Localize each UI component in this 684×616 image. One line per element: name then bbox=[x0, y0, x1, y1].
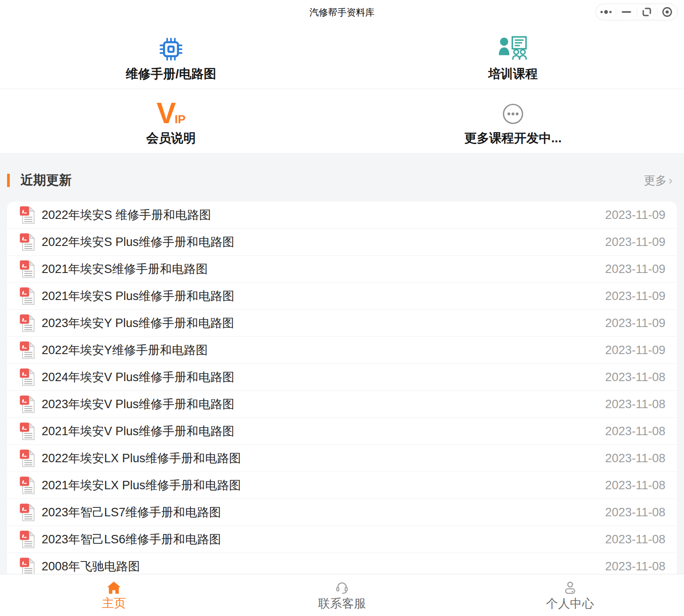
more-link[interactable]: 更多 › bbox=[644, 173, 672, 188]
list-item-date: 2023-11-09 bbox=[605, 262, 665, 276]
pdf-file-icon bbox=[19, 557, 35, 576]
list-item-date: 2023-11-08 bbox=[605, 533, 665, 546]
list-item[interactable]: 2022年埃安S 维修手册和电路图 2023-11-09 bbox=[7, 202, 677, 229]
list-item-date: 2023-11-08 bbox=[605, 425, 665, 438]
minus-icon bbox=[621, 6, 632, 18]
pdf-file-icon bbox=[19, 233, 35, 251]
tab-home[interactable]: 主页 bbox=[0, 574, 228, 616]
list-item-title: 2023年埃安Y Plus维修手册和电路图 bbox=[42, 315, 234, 331]
list-item-title: 2008年飞驰电路图 bbox=[42, 558, 140, 574]
list-item-date: 2023-11-08 bbox=[605, 479, 665, 492]
list-item[interactable]: 2023年智己LS7维修手册和电路图 2023-11-08 bbox=[7, 499, 677, 526]
titlebar: 汽修帮手资料库 bbox=[0, 0, 684, 24]
list-item[interactable]: 2022年埃安LX Plus维修手册和电路图 2023-11-08 bbox=[7, 445, 677, 472]
list-item-title: 2021年埃安S维修手册和电路图 bbox=[42, 261, 208, 277]
list-item-title: 2021年埃安S Plus维修手册和电路图 bbox=[42, 288, 234, 304]
list-item-title: 2021年埃安V Plus维修手册和电路图 bbox=[42, 423, 234, 439]
recent-updates-header: 近期更新 更多 › bbox=[7, 153, 677, 202]
minimize-button[interactable] bbox=[616, 4, 636, 20]
list-item-date: 2023-11-08 bbox=[605, 506, 665, 519]
list-item-date: 2023-11-09 bbox=[605, 343, 665, 357]
list-item-date: 2023-11-09 bbox=[605, 316, 665, 330]
list-item-title: 2022年埃安S Plus维修手册和电路图 bbox=[42, 234, 234, 250]
list-item[interactable]: 2023年埃安V Plus维修手册和电路图 2023-11-08 bbox=[7, 391, 677, 418]
more-menu-button[interactable] bbox=[596, 4, 616, 20]
list-item[interactable]: 2024年埃安V Plus维修手册和电路图 2023-11-08 bbox=[7, 364, 677, 391]
list-item-date: 2023-11-09 bbox=[605, 235, 665, 249]
app-window: 汽修帮手资料库 bbox=[0, 0, 684, 616]
list-item-title: 2022年埃安S 维修手册和电路图 bbox=[42, 207, 211, 223]
list-item-date: 2023-11-08 bbox=[605, 452, 665, 465]
page-title: 汽修帮手资料库 bbox=[0, 0, 684, 24]
list-item-date: 2023-11-09 bbox=[605, 289, 665, 303]
training-people-icon bbox=[498, 36, 528, 61]
restore-button[interactable] bbox=[637, 4, 657, 20]
list-item[interactable]: 2023年智己LS6维修手册和电路图 2023-11-08 bbox=[7, 526, 677, 553]
section-accent-bar bbox=[7, 174, 10, 187]
list-item[interactable]: 2021年埃安S维修手册和电路图 2023-11-09 bbox=[7, 256, 677, 283]
grid-item-membership-info[interactable]: VIP 会员说明 bbox=[0, 89, 342, 153]
grid-item-label: 培训课程 bbox=[488, 68, 538, 80]
ellipsis-circle-icon bbox=[502, 103, 524, 125]
list-item[interactable]: 2022年埃安S Plus维修手册和电路图 2023-11-09 bbox=[7, 229, 677, 256]
quick-actions-grid: 维修手册/电路图 培训课程 bbox=[0, 24, 684, 153]
pdf-file-icon bbox=[19, 395, 35, 413]
list-item[interactable]: 2021年埃安LX Plus维修手册和电路图 2023-11-08 bbox=[7, 472, 677, 499]
pdf-file-icon bbox=[19, 206, 35, 224]
tab-label: 个人中心 bbox=[546, 598, 594, 610]
list-item[interactable]: 2023年埃安Y Plus维修手册和电路图 2023-11-09 bbox=[7, 310, 677, 337]
pdf-file-icon bbox=[19, 368, 35, 386]
list-item-date: 2023-11-08 bbox=[605, 398, 665, 411]
grid-item-training-courses[interactable]: 培训课程 bbox=[342, 24, 684, 89]
grid-item-repair-manuals[interactable]: 维修手册/电路图 bbox=[0, 24, 342, 89]
vip-icon: VIP bbox=[156, 101, 186, 125]
home-icon bbox=[107, 581, 121, 594]
grid-item-label: 会员说明 bbox=[146, 132, 196, 144]
tab-contact-support[interactable]: 联系客服 bbox=[228, 574, 456, 616]
pdf-file-icon bbox=[19, 341, 35, 359]
tabbar: 主页 联系客服 个人中心 bbox=[0, 574, 684, 616]
list-item-date: 2023-11-08 bbox=[605, 560, 665, 573]
pdf-file-icon bbox=[19, 530, 35, 549]
list-item-title: 2022年埃安LX Plus维修手册和电路图 bbox=[42, 450, 241, 466]
list-item[interactable]: 2021年埃安S Plus维修手册和电路图 2023-11-09 bbox=[7, 283, 677, 310]
list-item-date: 2023-11-09 bbox=[605, 208, 665, 222]
tab-profile[interactable]: 个人中心 bbox=[456, 574, 684, 616]
list-item-title: 2023年智己LS6维修手册和电路图 bbox=[42, 531, 221, 547]
pdf-file-icon bbox=[19, 287, 35, 305]
list-item-title: 2023年埃安V Plus维修手册和电路图 bbox=[42, 396, 234, 412]
user-icon bbox=[563, 581, 577, 595]
circle-dot-icon bbox=[661, 6, 673, 18]
close-button[interactable] bbox=[657, 4, 677, 20]
list-item-title: 2021年埃安LX Plus维修手册和电路图 bbox=[42, 477, 241, 493]
section-title: 近期更新 bbox=[20, 172, 72, 189]
list-item-date: 2023-11-08 bbox=[605, 370, 665, 384]
headset-icon bbox=[335, 581, 349, 595]
chevron-right-icon: › bbox=[668, 174, 672, 187]
grid-item-label: 更多课程开发中... bbox=[464, 132, 561, 144]
pdf-file-icon bbox=[19, 503, 35, 522]
pdf-file-icon bbox=[19, 476, 35, 495]
recent-updates-list: 2022年埃安S 维修手册和电路图 2023-11-09 2022年埃安S Pl… bbox=[7, 202, 677, 616]
pdf-file-icon bbox=[19, 260, 35, 278]
list-item-title: 2022年埃安Y维修手册和电路图 bbox=[42, 342, 208, 358]
grid-item-label: 维修手册/电路图 bbox=[126, 68, 216, 80]
list-rows: 2022年埃安S 维修手册和电路图 2023-11-09 2022年埃安S Pl… bbox=[7, 202, 677, 580]
list-item-title: 2023年智己LS7维修手册和电路图 bbox=[42, 504, 221, 520]
window-controls bbox=[595, 4, 678, 20]
pdf-file-icon bbox=[19, 422, 35, 441]
grid-item-more-courses[interactable]: 更多课程开发中... bbox=[342, 89, 684, 153]
ellipsis-dots-icon bbox=[598, 6, 614, 18]
pdf-file-icon bbox=[19, 314, 35, 332]
list-item-title: 2024年埃安V Plus维修手册和电路图 bbox=[42, 369, 234, 385]
tab-label: 主页 bbox=[102, 597, 126, 609]
tab-label: 联系客服 bbox=[318, 598, 366, 610]
chip-icon bbox=[159, 38, 183, 61]
list-item[interactable]: 2022年埃安Y维修手册和电路图 2023-11-09 bbox=[7, 337, 677, 364]
pdf-file-icon bbox=[19, 449, 35, 468]
list-item[interactable]: 2021年埃安V Plus维修手册和电路图 2023-11-08 bbox=[7, 418, 677, 445]
restore-corners-icon bbox=[641, 6, 653, 18]
more-link-label: 更多 bbox=[644, 173, 667, 188]
